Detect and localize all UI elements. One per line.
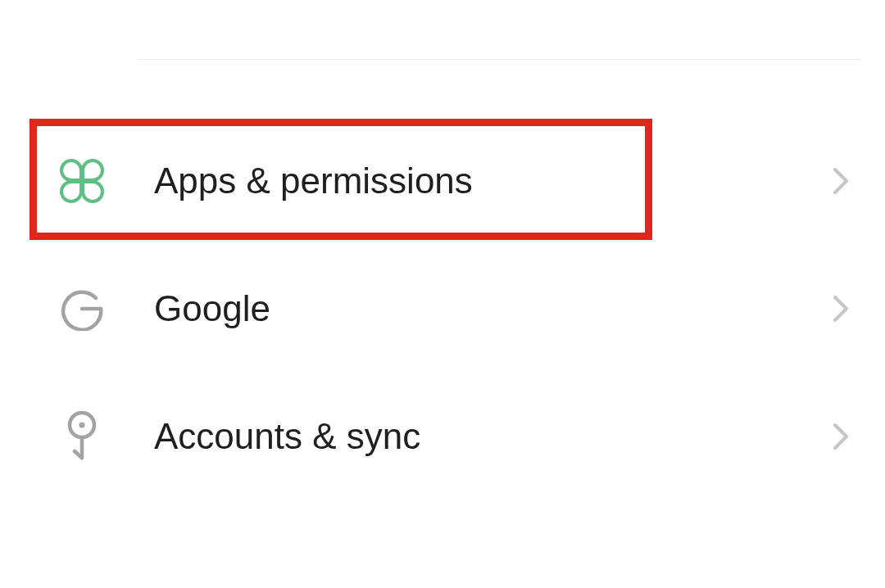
google-icon: [57, 284, 107, 333]
svg-point-2: [79, 423, 85, 428]
settings-item-google[interactable]: Google: [0, 245, 885, 373]
key-icon: [57, 412, 107, 461]
settings-item-label: Apps & permissions: [154, 161, 473, 201]
chevron-right-icon: [829, 297, 852, 320]
apps-icon: [57, 156, 107, 206]
settings-item-accounts-sync[interactable]: Accounts & sync: [0, 373, 885, 500]
chevron-right-icon: [829, 170, 852, 192]
settings-screen: Apps & permissions Google: [0, 0, 885, 588]
chevron-right-icon: [829, 425, 852, 448]
settings-item-label: Google: [154, 288, 270, 329]
divider: [138, 59, 860, 60]
settings-list: Apps & permissions Google: [0, 117, 885, 500]
settings-item-apps-permissions[interactable]: Apps & permissions: [0, 117, 885, 245]
settings-item-label: Accounts & sync: [154, 416, 420, 457]
